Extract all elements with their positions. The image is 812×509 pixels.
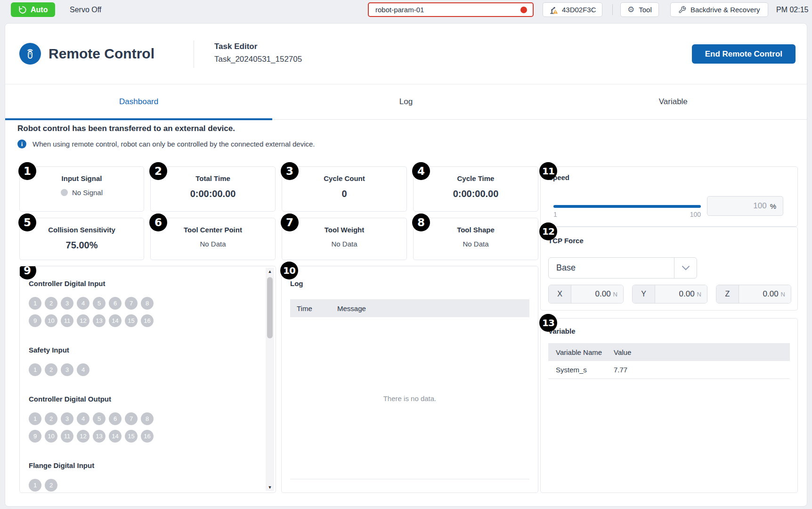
wrench-icon <box>678 6 686 14</box>
device-id: 43D02F3C <box>562 6 596 14</box>
record-dot-icon <box>520 7 527 13</box>
annotation-badge: 3 <box>281 162 299 180</box>
notice-info-text: When using remote control, robot can onl… <box>32 140 315 148</box>
card-cycle-count: 3 Cycle Count 0 <box>282 166 407 212</box>
io-indicator-row: 12345678 <box>29 412 254 425</box>
io-indicator: 5 <box>93 412 106 425</box>
scroll-down-icon[interactable]: ▼ <box>266 484 274 491</box>
card-title: Total Time <box>151 174 275 182</box>
speed-min-label: 1 <box>553 211 557 218</box>
robot-device-badge[interactable]: 43D02F3C <box>543 2 602 17</box>
card-title: Tool Weight <box>282 226 406 234</box>
variable-panel: 13 Variable Variable Name Value System_s… <box>540 318 798 493</box>
annotation-badge: 11 <box>539 162 557 180</box>
mode-badge[interactable]: Auto <box>11 2 55 17</box>
io-section-title: Flange Digital Input <box>29 461 254 470</box>
card-value: No Signal <box>72 189 103 197</box>
io-indicator: 1 <box>29 412 41 425</box>
axis-value: 0.00N <box>739 285 791 303</box>
speed-max-label: 100 <box>682 211 701 218</box>
io-section-title: Controller Digital Input <box>29 279 254 288</box>
page-title: Remote Control <box>49 46 154 62</box>
card-title: Input Signal <box>20 174 144 182</box>
card-value: 75.00% <box>20 240 144 251</box>
annotation-badge: 6 <box>149 213 167 231</box>
io-indicator: 15 <box>125 314 138 327</box>
backdrive-button-label: Backdrive & Recovery <box>690 6 760 14</box>
io-scrollbar[interactable]: ▲ ▼ <box>266 268 274 491</box>
io-indicator: 3 <box>61 363 73 376</box>
remote-control-panel: Remote Control Task Editor Task_20240531… <box>5 23 807 507</box>
robot-warning-icon <box>549 5 558 15</box>
notice-info: i When using remote control, robot can o… <box>17 140 315 148</box>
axis-label: X <box>549 285 571 303</box>
tab-dashboard[interactable]: Dashboard <box>5 84 272 119</box>
speed-slider[interactable] <box>553 205 701 208</box>
card-tool-shape: 8 Tool Shape No Data <box>413 218 538 260</box>
tab-variable[interactable]: Variable <box>540 84 807 119</box>
log-bottom-divider <box>290 479 529 479</box>
log-table-header: Time Message <box>290 299 529 317</box>
io-indicator-row: 12 <box>29 479 254 492</box>
auto-mode-icon <box>18 6 27 14</box>
annotation-badge: 10 <box>280 262 298 279</box>
frame-select-dropdown[interactable]: Base <box>548 257 697 279</box>
card-value: 0 <box>282 189 406 199</box>
task-info: Task Editor Task_20240531_152705 <box>214 42 302 64</box>
clock: PM 02:15 <box>776 0 808 19</box>
card-value: No Data <box>282 240 406 248</box>
card-title: Cycle Time <box>414 174 538 182</box>
io-indicator-row: 910111213141516 <box>29 314 254 327</box>
io-indicator: 12 <box>77 314 89 327</box>
variable-name: System_s <box>548 366 614 374</box>
tool-button[interactable]: ⚙ Tool <box>620 2 659 17</box>
scroll-up-icon[interactable]: ▲ <box>266 268 274 275</box>
io-indicator: 1 <box>29 297 41 310</box>
io-indicator: 13 <box>93 430 106 443</box>
axis-label: Y <box>633 285 655 303</box>
topbar-divider <box>612 4 613 15</box>
io-indicator: 16 <box>141 314 154 327</box>
variable-table-header: Variable Name Value <box>548 343 790 361</box>
io-sections: Controller Digital Input1234567891011121… <box>29 279 254 492</box>
end-remote-control-button[interactable]: End Remote Control <box>692 44 796 64</box>
io-indicator: 4 <box>77 363 89 376</box>
axis-value: 0.00N <box>655 285 707 303</box>
signal-status-dot <box>61 189 68 196</box>
annotation-badge: 12 <box>539 222 557 240</box>
speed-value-field[interactable]: 100 % <box>707 196 783 216</box>
tab-log[interactable]: Log <box>272 84 539 119</box>
io-indicator: 7 <box>125 412 138 425</box>
column-variable-name: Variable Name <box>548 348 614 356</box>
io-indicator: 11 <box>61 430 73 443</box>
frame-selected-value: Base <box>549 258 674 278</box>
io-indicator: 13 <box>93 314 106 327</box>
card-collision-sensitivity: 5 Collision Sensitivity 75.00% <box>19 218 144 260</box>
io-indicator: 12 <box>77 430 89 443</box>
card-value: No Data <box>151 240 275 248</box>
io-indicator: 1 <box>29 479 41 492</box>
robot-param-input[interactable]: robot-param-01 <box>368 2 534 17</box>
scrollbar-track[interactable] <box>266 275 274 484</box>
annotation-badge: 4 <box>412 162 430 180</box>
backdrive-recovery-button[interactable]: Backdrive & Recovery <box>670 2 768 17</box>
variable-rows: System_s7.77 <box>548 361 790 379</box>
io-status-panel: 9 Controller Digital Input12345678910111… <box>19 266 276 493</box>
card-tool-weight: 7 Tool Weight No Data <box>282 218 407 260</box>
card-title: Tool Center Point <box>151 226 275 234</box>
header-divider <box>194 41 194 68</box>
annotation-badge: 5 <box>18 213 36 231</box>
io-indicator: 2 <box>45 297 57 310</box>
card-title: Tool Shape <box>414 226 538 234</box>
notice-headline: Robot control has been transferred to an… <box>17 124 235 133</box>
tcp-axes: X0.00NY0.00NZ0.00N <box>548 285 791 304</box>
io-indicator: 14 <box>109 314 122 327</box>
scrollbar-thumb[interactable] <box>267 277 273 338</box>
io-section-title: Controller Digital Output <box>29 395 254 403</box>
io-indicator: 3 <box>61 412 73 425</box>
annotation-badge: 13 <box>539 314 557 332</box>
annotation-badge: 2 <box>149 162 167 180</box>
tcp-axis-field: Z0.00N <box>716 285 791 304</box>
card-title: Collision Sensitivity <box>20 226 144 234</box>
top-status-bar: Auto Servo Off robot-param-01 43D02F3C ⚙… <box>0 0 812 19</box>
